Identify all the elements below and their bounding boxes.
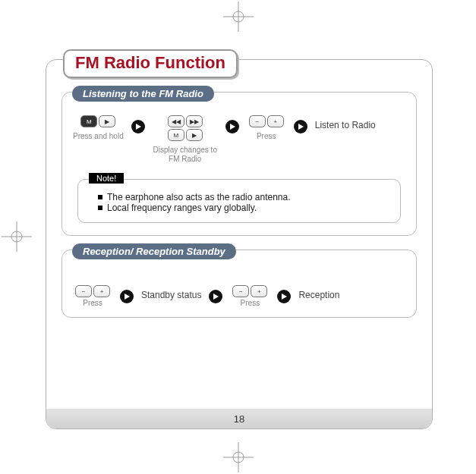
svg-point-5 bbox=[233, 452, 244, 463]
listen-result: Listen to Radio bbox=[315, 120, 376, 130]
crop-mark-top bbox=[223, 2, 254, 32]
reception-flow: − + Press Standby status − + Press bbox=[73, 285, 405, 308]
step-display-caption: Display changes to FM Radio bbox=[153, 146, 218, 164]
step-display-change: ◀◀ ▶▶ M ▶ Display changes to FM Radio bbox=[153, 115, 218, 164]
step-press-volume: − + Press bbox=[247, 115, 286, 141]
fwd-button-icon: ▶▶ bbox=[186, 115, 203, 127]
note-tag: Note! bbox=[89, 173, 124, 184]
crop-mark-left bbox=[2, 221, 32, 252]
svg-point-2 bbox=[233, 11, 244, 22]
crop-mark-bottom bbox=[223, 442, 254, 472]
step-press-caption: Press bbox=[257, 132, 276, 141]
arrow-icon bbox=[277, 290, 291, 303]
svg-marker-11 bbox=[298, 124, 304, 130]
section-body-listening: M ▶ Press and hold ◀◀ ▶▶ M ▶ bbox=[61, 92, 417, 236]
step-press-1: − + Press bbox=[73, 285, 112, 308]
arrow-icon bbox=[120, 290, 134, 303]
section-header-reception: Reception/ Reception Standby bbox=[72, 243, 236, 259]
step-press-1-caption: Press bbox=[83, 299, 102, 308]
svg-marker-13 bbox=[213, 294, 219, 300]
section-header-listening: Listening to the FM Radio bbox=[72, 86, 214, 102]
section-reception: Reception/ Reception Standby − + Press S… bbox=[61, 250, 417, 318]
minus-button-icon: − bbox=[232, 285, 249, 297]
section-body-reception: − + Press Standby status − + Press bbox=[61, 250, 417, 318]
minus-button-icon: − bbox=[75, 285, 92, 297]
arrow-icon bbox=[225, 120, 239, 133]
m-button-icon: M bbox=[168, 129, 184, 141]
rew-button-icon: ◀◀ bbox=[168, 115, 184, 127]
page-title: FM Radio Function bbox=[63, 49, 238, 78]
section-listening: Listening to the FM Radio M ▶ Press and … bbox=[61, 92, 417, 236]
step-press-hold: M ▶ Press and hold bbox=[73, 115, 124, 141]
note-line-2: Local frequency ranges vary globally. bbox=[98, 202, 391, 213]
svg-marker-9 bbox=[136, 124, 141, 130]
listening-flow: M ▶ Press and hold ◀◀ ▶▶ M ▶ bbox=[73, 115, 405, 164]
page-number: 18 bbox=[46, 409, 432, 428]
play-button-icon: ▶ bbox=[99, 115, 115, 127]
plus-button-icon: + bbox=[267, 115, 284, 127]
step-press-hold-caption: Press and hold bbox=[73, 132, 124, 141]
note-block: Note! The earphone also acts as the radi… bbox=[77, 179, 401, 223]
standby-status-label: Standby status bbox=[141, 290, 201, 300]
arrow-icon bbox=[294, 120, 307, 133]
minus-button-icon: − bbox=[249, 115, 266, 127]
plus-button-icon: + bbox=[251, 285, 267, 297]
plus-button-icon: + bbox=[93, 285, 110, 297]
play-button-icon: ▶ bbox=[186, 129, 203, 141]
arrow-icon bbox=[209, 290, 222, 303]
svg-point-8 bbox=[11, 231, 22, 242]
svg-marker-12 bbox=[125, 294, 130, 300]
page-frame: FM Radio Function Listening to the FM Ra… bbox=[46, 59, 433, 429]
arrow-icon bbox=[131, 120, 145, 133]
m-button-icon: M bbox=[80, 115, 97, 127]
reception-label: Reception bbox=[298, 290, 339, 300]
svg-marker-10 bbox=[230, 124, 235, 130]
step-press-2: − + Press bbox=[230, 285, 270, 308]
svg-marker-14 bbox=[282, 294, 287, 300]
note-line-1: The earphone also acts as the radio ante… bbox=[98, 192, 391, 202]
step-press-2-caption: Press bbox=[241, 299, 260, 308]
